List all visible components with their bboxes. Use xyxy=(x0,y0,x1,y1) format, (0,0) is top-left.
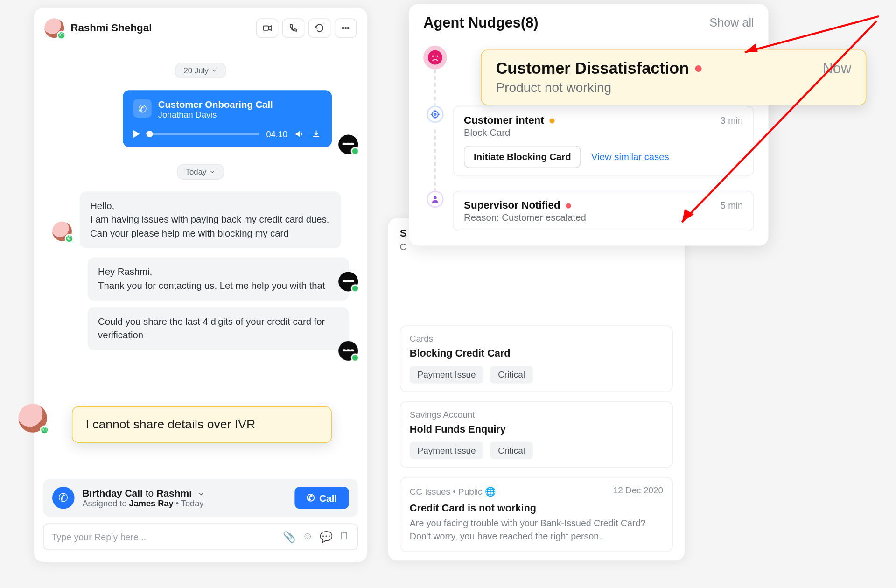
tag-chip[interactable]: Payment Issue xyxy=(410,441,484,459)
tag-chip[interactable]: Payment Issue xyxy=(410,366,484,384)
case-category: Cards xyxy=(410,334,663,343)
contact-avatar[interactable] xyxy=(44,18,64,38)
svg-point-3 xyxy=(348,28,349,29)
agent-avatar xyxy=(338,134,358,154)
case-title: Blocking Credit Card xyxy=(410,348,663,359)
download-icon[interactable] xyxy=(311,129,321,139)
right-panel: S C Cards Blocking Credit Card Payment I… xyxy=(388,218,685,561)
refresh-icon xyxy=(314,23,324,33)
reply-placeholder: Type your Reply here... xyxy=(52,532,283,542)
phone-status-badge xyxy=(40,425,49,434)
globe-icon: 🌐 xyxy=(485,487,496,497)
canned-response-icon[interactable]: 💬 xyxy=(320,531,333,543)
chevron-down-icon xyxy=(211,67,217,74)
view-similar-link[interactable]: View similar cases xyxy=(591,152,669,162)
status-dot xyxy=(549,118,554,123)
chat-panel: Rashmi Shehgal 20 July xyxy=(34,8,367,562)
sad-face-icon xyxy=(423,46,447,69)
dissat-subtitle: Product not working xyxy=(496,80,852,95)
contact-name: Rashmi Shehgal xyxy=(70,22,152,34)
kb-article-card[interactable]: 12 Dec 2020 CC Issues • Public 🌐 Credit … xyxy=(400,477,673,552)
video-call-button[interactable] xyxy=(256,18,279,38)
dissat-time: Now xyxy=(823,60,852,77)
template-icon[interactable]: 🗒 xyxy=(339,531,350,543)
chevron-down-icon xyxy=(197,490,205,498)
case-title: Hold Funds Enquiry xyxy=(410,423,663,435)
chat-header: Rashmi Shehgal xyxy=(43,17,358,43)
voice-call-button[interactable] xyxy=(282,18,305,38)
kb-description: Are you facing trouble with your Bank-Is… xyxy=(410,517,663,543)
phone-icon xyxy=(52,487,75,509)
svg-point-5 xyxy=(432,56,434,57)
dissatisfaction-card[interactable]: Customer Dissatisfaction Now Product not… xyxy=(481,49,866,105)
phone-status-badge xyxy=(57,31,66,40)
nudge-subtitle: Reason: Customer escalated xyxy=(464,212,743,223)
more-button[interactable] xyxy=(335,18,357,38)
agent-avatar xyxy=(338,341,358,361)
case-category: Savings Account xyxy=(410,410,663,420)
audio-progress[interactable] xyxy=(147,133,260,135)
agent-message: Hey Rashmi, Thank you for contacting us.… xyxy=(88,258,349,301)
attach-icon[interactable]: 📎 xyxy=(283,531,296,543)
phone-icon: ✆ xyxy=(307,492,315,504)
assignment-card: Birthday Call to Rashmi Assigned to Jame… xyxy=(43,479,358,517)
nudges-title: Agent Nudges(8) xyxy=(423,14,538,31)
kb-date: 12 Dec 2020 xyxy=(613,485,663,495)
nudge-card[interactable]: Supervisor Notified 5 min Reason: Custom… xyxy=(453,191,754,231)
svg-point-4 xyxy=(428,50,442,65)
nudge-time: 5 min xyxy=(721,200,743,210)
chat-body: 20 July Customer Onboaring Call Jonathan… xyxy=(43,43,358,479)
tag-chip[interactable]: Critical xyxy=(490,441,532,459)
case-card[interactable]: Savings Account Hold Funds Enquiry Payme… xyxy=(400,401,673,468)
call-button[interactable]: ✆ Call xyxy=(295,487,349,509)
reply-input[interactable]: Type your Reply here... 📎 ☺ 💬 🗒 xyxy=(43,523,358,550)
svg-point-2 xyxy=(345,28,346,29)
assignment-title[interactable]: Birthday Call to Rashmi xyxy=(82,487,205,498)
case-card[interactable]: Cards Blocking Credit Card Payment Issue… xyxy=(400,325,673,392)
nudge-card[interactable]: Customer intent 3 min Block Card Initiat… xyxy=(453,106,754,176)
audio-duration: 04:10 xyxy=(266,129,287,139)
status-dot xyxy=(566,203,571,208)
play-button[interactable] xyxy=(133,130,140,138)
phone-icon xyxy=(288,23,298,33)
svg-point-6 xyxy=(436,56,438,57)
emoji-icon[interactable]: ☺ xyxy=(302,531,313,543)
show-all-link[interactable]: Show all xyxy=(709,16,754,29)
kb-meta: CC Issues • Public 🌐 xyxy=(410,487,496,497)
target-icon xyxy=(427,106,443,123)
date-label: Today xyxy=(186,167,207,176)
nudge-time: 3 min xyxy=(721,115,743,125)
agent-avatar xyxy=(338,272,358,291)
highlighted-message: I cannot share details over IVR xyxy=(72,406,332,443)
nudge-title: Customer intent xyxy=(464,114,544,126)
tag-chip[interactable]: Critical xyxy=(490,366,532,384)
phone-icon xyxy=(133,99,152,118)
more-icon xyxy=(340,23,350,33)
refresh-button[interactable] xyxy=(308,18,331,38)
nudge-title: Supervisor Notified xyxy=(464,199,560,211)
svg-point-9 xyxy=(434,196,437,199)
volume-icon[interactable] xyxy=(294,129,304,139)
svg-point-1 xyxy=(343,28,344,29)
voice-presenter: Jonathan Davis xyxy=(158,110,273,119)
contact-avatar xyxy=(52,222,72,241)
dissat-title: Customer Dissatisfaction xyxy=(496,59,689,77)
kb-title: Credit Card is not working xyxy=(410,503,663,514)
voice-title: Customer Onboaring Call xyxy=(158,99,273,110)
chevron-down-icon xyxy=(209,168,216,175)
agent-nudges-panel: Agent Nudges(8) Show all Customer intent… xyxy=(409,4,768,245)
person-icon xyxy=(427,191,443,208)
svg-point-8 xyxy=(434,113,436,115)
agent-message: Could you share the last 4 digits of you… xyxy=(88,307,349,350)
svg-rect-0 xyxy=(263,26,268,30)
customer-message: Hello, I am having issues with paying ba… xyxy=(80,191,341,248)
voice-message: Customer Onboaring Call Jonathan Davis 0… xyxy=(123,90,332,147)
date-separator[interactable]: 20 July xyxy=(175,63,226,78)
svg-point-7 xyxy=(432,111,438,117)
date-label: 20 July xyxy=(183,66,208,75)
initiate-blocking-button[interactable]: Initiate Blocking Card xyxy=(464,146,581,168)
video-icon xyxy=(262,23,272,33)
contact-avatar-large xyxy=(18,404,47,433)
nudge-subtitle: Block Card xyxy=(464,127,743,138)
date-separator[interactable]: Today xyxy=(177,164,224,180)
